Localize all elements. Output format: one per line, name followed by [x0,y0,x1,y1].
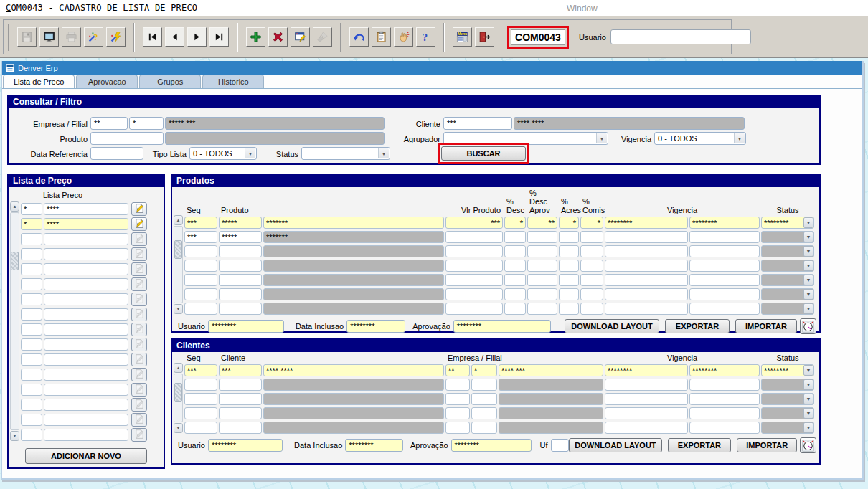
pct-acres-cell[interactable] [559,274,579,286]
exportar-button[interactable]: EXPORTAR [665,319,730,333]
status-cell[interactable]: ▼ [761,407,814,419]
download-layout-button[interactable]: DOWNLOAD LAYOUT [565,319,659,333]
scroll-thumb[interactable] [174,383,182,402]
chevron-down-icon[interactable]: ▼ [803,289,813,300]
empresa-descricao-cell[interactable] [499,379,603,391]
pct-acres-cell[interactable] [559,231,579,243]
tab-aprovacao[interactable]: Aprovacao [76,75,138,88]
lista-descricao-cell[interactable] [44,414,128,426]
pct-desc-cell[interactable]: * [504,217,526,229]
vigencia-ate-cell[interactable] [689,303,760,315]
vigencia-ate-cell[interactable]: ******** [689,364,760,376]
chevron-down-icon[interactable]: ▼ [803,275,813,285]
exit-button[interactable] [475,27,494,47]
empresa-cell[interactable]: ** [445,364,470,376]
chevron-down-icon[interactable]: ▼ [378,148,389,158]
pct-comis-cell[interactable]: * [580,217,603,229]
seq-cell[interactable] [184,379,217,391]
pct-desc-cell[interactable] [504,231,526,243]
lista-descricao-cell[interactable] [44,384,128,396]
lista-descricao-cell[interactable] [44,248,128,260]
edit-lista-button[interactable] [131,202,147,216]
seq-cell[interactable]: *** [184,217,217,229]
filial-input[interactable]: * [129,117,164,130]
status-cell[interactable]: ▼ [761,393,814,405]
lista-codigo-cell[interactable] [21,353,42,366]
lista-codigo-cell[interactable] [21,414,42,426]
usuario-input[interactable] [610,29,751,44]
scroll-track[interactable] [174,226,183,303]
produto-descricao-cell[interactable] [263,260,444,272]
vigencia-de-cell[interactable] [605,407,688,419]
record-scrollbar[interactable]: ▲▼ [10,201,19,441]
produto-descricao-cell[interactable]: ******* [263,217,444,229]
cliente-descricao-cell[interactable]: **** **** [263,364,444,376]
filial-cell[interactable] [471,422,497,434]
scroll-up-icon[interactable]: ▲ [174,363,183,373]
query-button[interactable] [291,27,310,47]
edit-lista-button[interactable] [131,217,147,231]
chevron-down-icon[interactable]: ▼ [803,303,813,314]
chevron-down-icon[interactable]: ▼ [803,394,813,404]
data-referencia-input[interactable] [90,147,143,160]
pct-desc-aprov-cell[interactable] [527,288,557,300]
pct-comis-cell[interactable] [580,245,603,257]
produto-codigo-cell[interactable] [219,274,262,286]
vigencia-de-cell[interactable] [605,245,688,257]
scroll-track[interactable] [10,212,19,430]
chevron-down-icon[interactable]: ▼ [803,232,813,242]
produto-descricao-cell[interactable] [263,245,444,257]
status-cell[interactable]: ▼ [761,288,814,300]
chevron-down-icon[interactable]: ▼ [596,133,607,143]
scroll-thumb[interactable] [11,252,19,270]
chevron-down-icon[interactable]: ▼ [803,379,813,390]
vigencia-de-cell[interactable] [605,303,688,315]
cliente-descricao-cell[interactable] [263,407,444,419]
lista-codigo-cell[interactable] [21,369,42,381]
vlr-produto-cell[interactable] [445,231,503,243]
add-button[interactable] [246,27,265,47]
pct-desc-cell[interactable] [504,274,526,286]
pct-desc-aprov-cell[interactable] [527,260,557,272]
chevron-down-icon[interactable]: ▼ [734,133,745,143]
pct-acres-cell[interactable]: * [559,217,579,229]
seq-cell[interactable]: *** [184,364,217,376]
lista-descricao-cell[interactable] [44,323,128,336]
chevron-down-icon[interactable]: ▼ [803,260,813,271]
chevron-down-icon[interactable]: ▼ [803,422,813,433]
empresa-input[interactable]: ** [90,117,128,130]
vigencia-de-cell[interactable] [605,288,688,300]
status-cell[interactable]: ▼ [761,260,814,272]
empresa-cell[interactable] [445,379,470,391]
lista-codigo-cell[interactable] [21,429,42,441]
pct-comis-cell[interactable] [580,303,603,315]
lista-codigo-cell[interactable]: * [21,203,42,215]
tab-grupos[interactable]: Grupos [139,75,201,88]
scroll-up-icon[interactable]: ▲ [174,215,183,225]
pct-comis-cell[interactable] [580,260,603,272]
lista-descricao-cell[interactable]: **** [44,203,128,215]
pct-acres-cell[interactable] [559,288,579,300]
status-cell[interactable]: ▼ [761,245,814,257]
seq-cell[interactable] [184,393,217,405]
vigencia-select[interactable]: 0 - TODOS▼ [654,132,746,145]
pct-desc-cell[interactable] [504,288,526,300]
lista-codigo-cell[interactable] [21,263,42,275]
lista-descricao-cell[interactable] [44,338,128,351]
produto-input[interactable] [90,132,164,145]
status-cell[interactable]: ▼ [761,379,814,391]
vlr-produto-cell[interactable] [445,260,503,272]
pct-desc-aprov-cell[interactable]: ** [527,217,557,229]
chevron-down-icon[interactable]: ▼ [803,408,813,419]
aprovacao-field[interactable]: ******** [453,320,551,333]
tab-lista-de-preco[interactable]: Lista de Preco [3,75,75,88]
produto-descricao-cell[interactable] [263,288,444,300]
lista-codigo-cell[interactable] [21,308,42,321]
uf-field[interactable] [551,439,570,452]
scroll-down-icon[interactable]: ▼ [174,304,183,314]
empresa-descricao-cell[interactable] [499,422,603,434]
lista-codigo-cell[interactable] [21,248,42,260]
seq-cell[interactable] [184,260,217,272]
vigencia-ate-cell[interactable] [689,407,760,419]
menu-button[interactable]: Menu [453,27,472,47]
